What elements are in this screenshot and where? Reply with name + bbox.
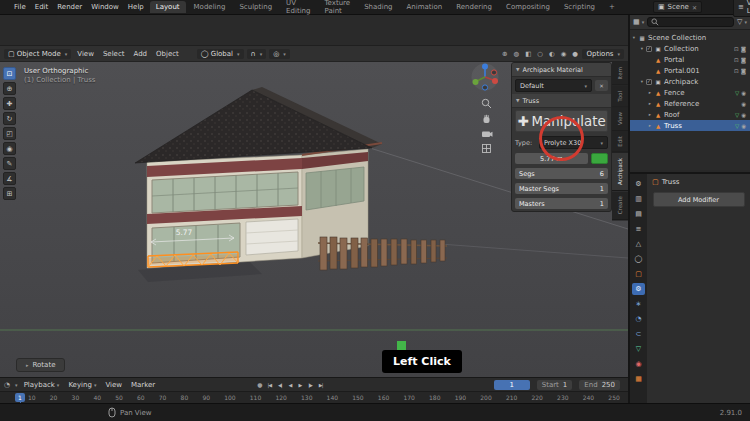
clear-material-button[interactable]: ✕ [595, 80, 608, 91]
playback-button[interactable]: |◀ [265, 382, 273, 388]
eye-visibility-icon[interactable]: ◉ [741, 123, 746, 129]
scene-selector[interactable]: ▣ Scene ✕ [653, 1, 702, 13]
expander-icon[interactable]: ▸ [646, 112, 654, 117]
properties-tab[interactable]: ▢ [632, 268, 645, 280]
navigation-gizmo[interactable] [470, 62, 500, 92]
truss-type-dropdown[interactable]: Prolyte X30 ▾ [539, 136, 608, 149]
archipack-parameter-icon[interactable]: ▽ [735, 90, 739, 96]
eye-visibility-icon[interactable]: ◉ [741, 90, 746, 96]
timeline-menu[interactable]: Keying▾ [65, 381, 99, 389]
number-field[interactable]: Master Segs 1 [515, 183, 608, 194]
zoom-icon[interactable] [481, 98, 492, 109]
properties-tab[interactable]: ◔ [632, 313, 645, 325]
options-menu[interactable]: Options ▾ [582, 49, 624, 59]
number-field[interactable]: Segs 6 [515, 168, 608, 179]
shading-material-icon[interactable]: ◉ [559, 50, 568, 58]
sidebar-tab[interactable]: Archipack [612, 153, 628, 191]
properties-tab[interactable]: ▤ [632, 208, 645, 220]
workspace-tab[interactable]: Shading [358, 1, 398, 13]
shading-wireframe-icon[interactable]: ○ [536, 50, 545, 58]
render-visibility-icon[interactable]: ◙ [741, 46, 746, 52]
current-frame-field[interactable]: 1 [494, 380, 530, 390]
tool-button[interactable]: ∡ [3, 172, 16, 185]
properties-tab[interactable]: ≡ [632, 223, 645, 235]
snapping-toggle[interactable]: ∩ ▾ [247, 49, 267, 59]
tool-button[interactable]: ↻ [3, 112, 16, 125]
topbar-menu[interactable]: Help [124, 3, 148, 11]
viewport-menu[interactable]: View [74, 50, 97, 58]
expander-icon[interactable]: ▾ [630, 35, 638, 40]
playback-button[interactable]: |▶ [306, 382, 314, 388]
tool-button[interactable]: ⊕ [3, 82, 16, 95]
tool-button[interactable]: ◉ [3, 142, 16, 155]
outliner-row[interactable]: ▾ ✓ ▣ Collection ▽ ⊡ ◙ ◉ [630, 43, 750, 54]
screen-visibility-icon[interactable]: ⊡ [734, 46, 739, 52]
workspace-tab[interactable]: UV Editing [280, 0, 316, 17]
properties-tab[interactable]: △ [632, 238, 645, 250]
workspace-tab[interactable]: Rendering [450, 1, 498, 13]
outliner-display-mode[interactable]: ▦ ▾ [633, 18, 644, 26]
render-visibility-icon[interactable]: ◙ [741, 68, 746, 74]
timeline-menu[interactable]: Playback▾ [21, 381, 63, 389]
camera-view-icon[interactable] [481, 128, 493, 139]
sidebar-tab[interactable]: Edit [612, 131, 628, 153]
shading-rendered-icon[interactable]: ● [571, 50, 580, 58]
collection-checkbox-icon[interactable]: ✓ [646, 46, 652, 52]
shading-solid-icon[interactable]: ◐ [547, 50, 556, 58]
outliner-row[interactable]: ✓ ▲ Portal ▽ ⊡ ◙ ◉ [630, 54, 750, 65]
playback-button[interactable]: ◀ [287, 382, 294, 388]
properties-tab[interactable]: ◉ [632, 358, 645, 370]
sidebar-tab[interactable]: Item [612, 62, 628, 86]
show-gizmo-icon[interactable]: ⊕ [501, 50, 509, 58]
properties-tab[interactable]: ⚙ [632, 178, 645, 190]
outliner-row[interactable]: ▸ ✓ ▲ Fence ▽ ⊡ ◙ ◉ [630, 87, 750, 98]
properties-tab[interactable]: ◯ [632, 253, 645, 265]
view-layer-selector[interactable]: ≡ View Layer ✕ [733, 0, 750, 17]
pan-hand-icon[interactable] [481, 113, 492, 124]
collection-checkbox-icon[interactable]: ✓ [646, 79, 652, 85]
proportional-editing-toggle[interactable]: ◎ ▾ [269, 49, 290, 59]
outliner-search-input[interactable] [647, 17, 734, 27]
playhead[interactable]: 1 [15, 393, 25, 402]
viewport-menu[interactable]: Add [130, 50, 150, 58]
viewport-menu[interactable]: Object [153, 50, 182, 58]
close-icon[interactable]: ✕ [692, 4, 697, 11]
workspace-tab[interactable]: Modeling [188, 1, 232, 13]
properties-tab[interactable]: ▦ [632, 373, 645, 385]
expander-icon[interactable]: ▾ [638, 79, 646, 84]
editor-type-icon[interactable]: ◔ [4, 381, 10, 389]
number-field[interactable]: Masters 1 [515, 198, 608, 209]
expander-icon[interactable]: ▸ [646, 101, 654, 106]
apply-length-button[interactable] [591, 153, 608, 164]
workspace-tab[interactable]: Texture Paint [319, 0, 357, 17]
outliner-row[interactable]: ▸ ✓ ▲ Roof ▽ ⊡ ◙ ◉ [630, 109, 750, 120]
material-preset-dropdown[interactable]: Default ▾ [515, 79, 592, 92]
truss-length-field[interactable]: 5.77 m [515, 153, 588, 164]
expander-icon[interactable]: ▸ [646, 123, 654, 128]
tool-button[interactable]: ⊡ [3, 67, 16, 80]
workspace-tab[interactable]: Layout [150, 1, 186, 13]
outliner-filter[interactable]: ▽ ▾ [737, 18, 747, 26]
archipack-parameter-icon[interactable]: ▽ [735, 112, 739, 118]
sidebar-tab[interactable]: Create [612, 191, 628, 220]
auto-keyframe-toggle[interactable]: ● [257, 381, 262, 388]
ortho-grid-icon[interactable] [481, 143, 492, 154]
topbar-menu[interactable]: Edit [31, 3, 53, 11]
topbar-menu[interactable]: File [10, 3, 30, 11]
workspace-tab[interactable]: Sculpting [233, 1, 278, 13]
properties-tab[interactable]: ⚙ [632, 283, 645, 295]
timeline-menu[interactable]: View▾ [102, 381, 125, 389]
properties-tab[interactable]: ▥ [632, 193, 645, 205]
properties-tab[interactable]: ⊂ [632, 328, 645, 340]
tool-button[interactable]: ◰ [3, 127, 16, 140]
frame-start-field[interactable]: Start 1 [537, 380, 573, 390]
sidebar-tab[interactable]: View [612, 107, 628, 131]
render-visibility-icon[interactable]: ◙ [741, 57, 746, 63]
xray-icon[interactable]: ◧ [524, 50, 533, 58]
manipulate-button[interactable]: ✚ Manipulate [515, 110, 608, 132]
eye-visibility-icon[interactable]: ◉ [741, 112, 746, 118]
screen-visibility-icon[interactable]: ⊡ [734, 68, 739, 74]
timeline-ruler[interactable]: 1 10203040506070809010011012013014015016… [0, 391, 628, 403]
mode-selector[interactable]: ▢ Object Mode ▾ [4, 49, 71, 59]
outliner-row[interactable]: ▸ ✓ ▲ Reference ▽ ⊡ ◙ ◉ [630, 98, 750, 109]
